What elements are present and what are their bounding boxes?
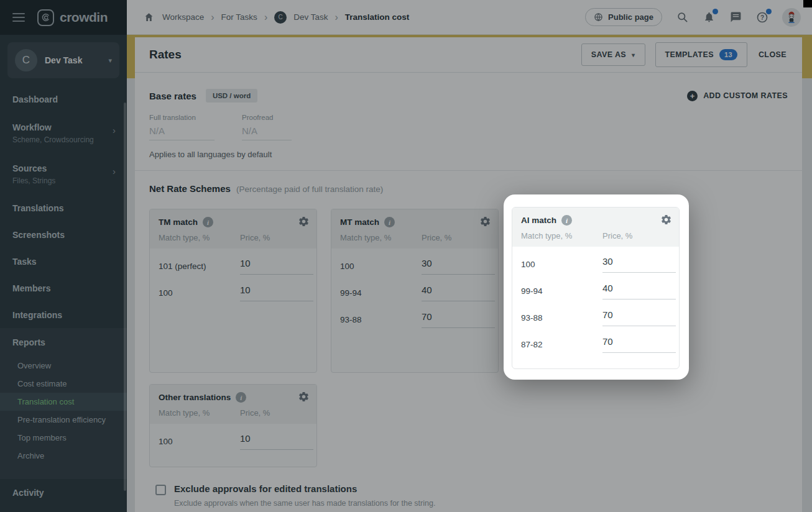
match-type-value: 100 xyxy=(521,260,535,269)
price-input[interactable]: 70 xyxy=(602,309,676,326)
rate-row: 100 30 xyxy=(521,254,670,281)
rate-row: 87-82 70 xyxy=(521,334,670,361)
rate-row: 93-88 70 xyxy=(521,308,670,334)
price-input[interactable]: 30 xyxy=(602,256,676,273)
price-input[interactable]: 70 xyxy=(602,336,676,353)
ai-match-spotlight: AI match Match type, % Price, % 100 30 9… xyxy=(504,194,689,380)
match-type-column-header: Match type, % xyxy=(521,231,602,240)
ai-match-card: AI match Match type, % Price, % 100 30 9… xyxy=(512,207,680,369)
rate-row: 99-94 40 xyxy=(521,281,670,308)
match-type-value: 87-82 xyxy=(521,340,543,349)
dimming-overlay xyxy=(0,0,812,512)
gear-icon[interactable] xyxy=(660,214,672,228)
match-type-value: 99-94 xyxy=(521,286,543,296)
info-icon[interactable] xyxy=(561,215,572,226)
ai-match-title: AI match xyxy=(521,216,556,225)
match-type-value: 93-88 xyxy=(521,313,543,322)
cursor-artifact xyxy=(803,0,812,7)
price-column-header: Price, % xyxy=(602,231,632,240)
price-input[interactable]: 40 xyxy=(602,283,676,299)
